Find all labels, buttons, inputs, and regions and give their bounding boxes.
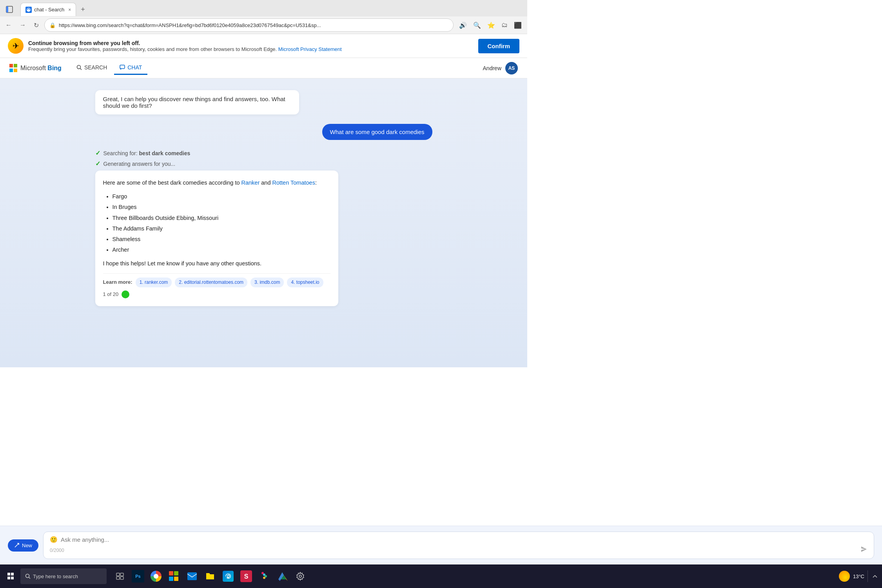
ai-closing: I hope this helps! Let me know if you ha… (103, 259, 330, 268)
zoom-button[interactable]: 🔍 (471, 20, 483, 31)
source-chip-2[interactable]: 2. editorial.rottentomatoes.com (175, 278, 247, 287)
result-count-dot (122, 290, 129, 298)
movie-item-3: Three Billboards Outside Ebbing, Missour… (113, 214, 330, 223)
source-chip-1[interactable]: 1. ranker.com (136, 278, 172, 287)
ranker-link[interactable]: Ranker (241, 180, 260, 186)
tab-favicon (25, 7, 32, 13)
ai-intro: Here are some of the best dark comedies … (103, 178, 330, 187)
collections-button[interactable]: 🗂 (499, 20, 510, 31)
learn-more: Learn more: 1. ranker.com 2. editorial.r… (103, 273, 330, 299)
user-area: Andrew AS (483, 62, 518, 74)
check-icon-1: ✓ (95, 149, 100, 157)
svg-line-4 (80, 69, 82, 70)
tab-bar: chat - Search × + (0, 0, 527, 16)
movie-item-5: Shameless (113, 235, 330, 244)
source-chip-3[interactable]: 3. imdb.com (250, 278, 284, 287)
sidebar-toggle[interactable]: ⬛ (512, 20, 524, 31)
privacy-statement-link[interactable]: Microsoft Privacy Statement (278, 46, 342, 52)
status-container: ✓ Searching for: best dark comedies ✓ Ge… (95, 149, 432, 167)
browser-actions: 🔊 🔍 ⭐ 🗂 ⬛ (457, 20, 524, 31)
sidebar-icon[interactable] (3, 3, 16, 16)
movie-item-6: Archer (113, 245, 330, 254)
back-button[interactable]: ← (3, 20, 14, 30)
read-aloud-button[interactable]: 🔊 (457, 20, 469, 31)
confirm-button[interactable]: Confirm (478, 39, 520, 53)
tab-title: chat - Search (34, 7, 64, 13)
search-nav-item[interactable]: SEARCH (71, 61, 113, 75)
url-bar[interactable]: 🔒 https://www.bing.com/search?q=chat&for… (44, 18, 454, 32)
rotten-tomatoes-link[interactable]: Rotten Tomatoes (272, 180, 315, 186)
notification-description: Frequently bring your favourites, passwo… (28, 46, 474, 52)
movie-item-1: Fargo (113, 192, 330, 201)
user-avatar[interactable]: AS (505, 62, 518, 74)
source-chip-4[interactable]: 4. topsheet.io (287, 278, 323, 287)
user-message: What are some good dark comedies (322, 124, 432, 140)
movie-item-2: In Bruges (113, 203, 330, 212)
svg-rect-5 (120, 65, 125, 69)
favorites-button[interactable]: ⭐ (485, 20, 497, 31)
bing-greeting: Great, I can help you discover new thing… (95, 90, 299, 114)
url-text: https://www.bing.com/search?q=chat&form=… (59, 22, 448, 28)
status-text-2: Generating answers for you... (103, 161, 176, 167)
tab-close-button[interactable]: × (68, 7, 71, 13)
movie-list: Fargo In Bruges Three Billboards Outside… (103, 192, 330, 254)
notification-text: Continue browsing from where you left of… (28, 40, 474, 52)
ai-response-card: Here are some of the best dark comedies … (95, 171, 338, 306)
user-message-row: What are some good dark comedies (95, 124, 432, 140)
chat-area: Great, I can help you discover new thing… (87, 78, 440, 320)
learn-more-label: Learn more: (103, 278, 132, 287)
result-count-text: 1 of 20 (103, 290, 119, 299)
tab-group: chat - Search × + (3, 3, 88, 16)
chat-nav-icon (120, 65, 125, 70)
notification-bar: ✈ Continue browsing from where you left … (0, 34, 527, 58)
microsoft-logo (9, 64, 18, 73)
status-row-2: ✓ Generating answers for you... (95, 160, 432, 167)
address-bar: ← → ↻ 🔒 https://www.bing.com/search?q=ch… (0, 16, 527, 34)
refresh-button[interactable]: ↻ (31, 20, 41, 31)
bing-logo[interactable]: Microsoft Bing (9, 64, 62, 73)
user-name: Andrew (483, 65, 501, 71)
notification-icon: ✈ (8, 38, 24, 54)
status-text-1: Searching for: best dark comedies (103, 150, 191, 156)
chat-nav-item[interactable]: CHAT (114, 61, 147, 75)
svg-point-3 (77, 65, 80, 69)
check-icon-2: ✓ (95, 160, 100, 167)
forward-button[interactable]: → (17, 20, 28, 30)
search-nav-icon (76, 65, 82, 70)
browser-chrome: chat - Search × + ← → ↻ 🔒 https://www.bi… (0, 0, 527, 34)
status-row-1: ✓ Searching for: best dark comedies (95, 149, 432, 157)
movie-item-4: The Addams Family (113, 224, 330, 233)
bing-navigation: SEARCH CHAT (71, 61, 147, 75)
bing-logo-text: Microsoft Bing (20, 65, 62, 72)
svg-rect-1 (6, 6, 8, 13)
new-tab-button[interactable]: + (78, 4, 88, 15)
notification-title: Continue browsing from where you left of… (28, 40, 474, 46)
lock-icon: 🔒 (49, 22, 56, 28)
bing-header: Microsoft Bing SEARCH CHAT Andrew AS (0, 58, 527, 78)
active-tab[interactable]: chat - Search × (20, 3, 76, 16)
